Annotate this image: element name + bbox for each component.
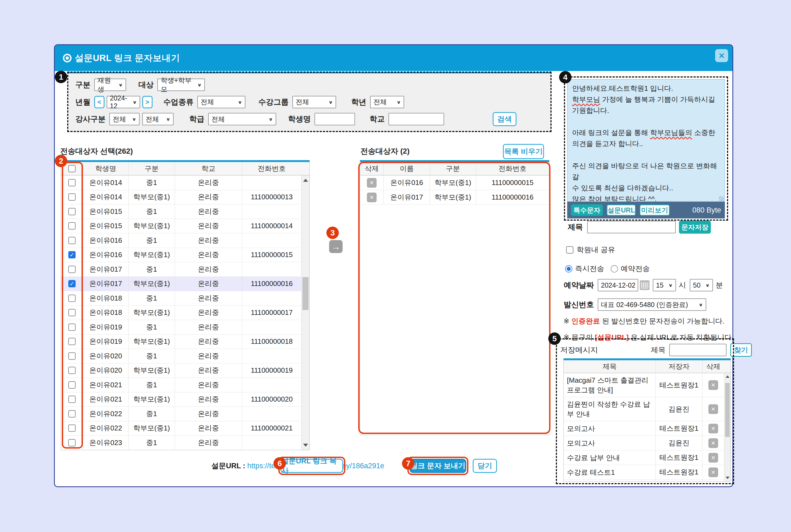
- scroll-up-icon[interactable]: [726, 375, 730, 378]
- scrollbar-thumb[interactable]: [725, 383, 730, 437]
- saved-message-row[interactable]: 수강료 테스트1테스트원장1✕: [564, 465, 731, 480]
- insert-survey-url-button[interactable]: 설문URL: [606, 205, 636, 216]
- scrollbar-thumb[interactable]: [302, 277, 309, 310]
- left-table-row[interactable]: 온이유021학부모(중1)온리중11100000020: [61, 392, 309, 407]
- delete-icon[interactable]: ✕: [708, 438, 718, 448]
- next-month-button[interactable]: >: [142, 96, 153, 108]
- left-table-row[interactable]: 온이유015중1온리중: [61, 205, 309, 219]
- teacher-select-2[interactable]: 전체∨: [142, 113, 174, 125]
- select-all-checkbox[interactable]: [68, 165, 76, 172]
- left-table-row[interactable]: 온이유022학부모(중1)온리중11100000021: [61, 421, 309, 436]
- move-to-recipients-button[interactable]: →: [329, 240, 343, 253]
- row-checkbox[interactable]: [68, 208, 76, 215]
- reserve-date-input[interactable]: [598, 279, 638, 291]
- left-table-row[interactable]: 온이유016중1온리중: [61, 233, 309, 248]
- message-textarea[interactable]: 안녕하세요.테스트학원1 입니다. 학부모님 가정에 늘 행복과 기쁨이 가득하…: [567, 79, 725, 202]
- school-input[interactable]: [388, 113, 444, 125]
- subject-input[interactable]: [587, 221, 676, 233]
- row-checkbox[interactable]: [68, 381, 76, 388]
- save-message-button[interactable]: 문자저장: [679, 221, 711, 233]
- search-button[interactable]: 검색: [493, 112, 517, 126]
- left-table-row[interactable]: 온이유016학부모(중1)온리중11100000015: [61, 248, 309, 263]
- group-select[interactable]: 전체∨: [292, 96, 336, 108]
- yearmonth-select[interactable]: 2024-12∨: [107, 96, 140, 108]
- preview-button[interactable]: 미리보기: [639, 205, 670, 216]
- prev-month-button[interactable]: <: [94, 96, 104, 108]
- left-table-row[interactable]: 온이유014학부모(중1)온리중11100000013: [61, 190, 309, 205]
- close-button[interactable]: 닫기: [473, 459, 497, 473]
- left-table-row[interactable]: 온이유020중1온리중: [61, 349, 309, 363]
- left-table-row[interactable]: 온이유023중1온리중: [61, 436, 309, 450]
- clear-list-button[interactable]: 목록 비우기: [503, 144, 544, 159]
- textarea-resize-handle[interactable]: [719, 196, 724, 201]
- saved-table-scrollbar[interactable]: [724, 373, 731, 481]
- row-checkbox[interactable]: [68, 280, 76, 287]
- saved-message-row[interactable]: 수강료안내문자테스트원장1✕: [564, 480, 731, 481]
- left-table-row[interactable]: 온이유014중1온리중: [61, 175, 309, 190]
- send-now-radio[interactable]: [565, 265, 572, 272]
- delete-icon[interactable]: ✕: [708, 424, 718, 433]
- student-name-input[interactable]: [314, 113, 355, 125]
- saved-message-row[interactable]: 김윤찐이 작성한 수강료 납부 안내김윤진✕: [564, 397, 731, 421]
- delete-icon[interactable]: ✕: [708, 453, 718, 462]
- row-checkbox[interactable]: [68, 309, 76, 316]
- row-checkbox[interactable]: [68, 424, 76, 432]
- grade-select[interactable]: 전체∨: [370, 96, 404, 108]
- left-table-row[interactable]: 온이유021중1온리중: [61, 378, 309, 392]
- delete-icon[interactable]: ✕: [367, 193, 377, 202]
- delete-icon[interactable]: ✕: [708, 380, 718, 390]
- class-select[interactable]: 전체∨: [208, 113, 276, 125]
- right-table-row[interactable]: ✕온이유016학부모(중1)11100000015: [360, 175, 549, 190]
- row-checkbox[interactable]: [68, 251, 76, 259]
- daesang-select[interactable]: 학생+학부모∨: [157, 79, 205, 91]
- left-table-row[interactable]: 온이유017학부모(중1)온리중11100000016: [61, 277, 309, 291]
- minute-select[interactable]: 50∨: [690, 279, 713, 291]
- class-type-select[interactable]: 전체∨: [197, 96, 245, 108]
- left-table-row[interactable]: 온이유020학부모(중1)온리중11100000019: [61, 363, 309, 378]
- row-checkbox[interactable]: [68, 338, 76, 345]
- saved-message-row[interactable]: 수강료 납부 안내테스트원장1✕: [564, 451, 731, 465]
- row-checkbox[interactable]: [68, 353, 76, 360]
- row-checkbox[interactable]: [68, 410, 76, 418]
- row-checkbox[interactable]: [68, 266, 76, 273]
- saved-message-row[interactable]: 모의고사테스트원장1✕: [564, 421, 731, 436]
- delete-icon[interactable]: ✕: [708, 468, 718, 477]
- row-checkbox[interactable]: [68, 294, 76, 302]
- calendar-icon[interactable]: [640, 280, 650, 290]
- left-table-row[interactable]: 온이유022중1온리중: [61, 407, 309, 421]
- row-checkbox[interactable]: [68, 179, 76, 186]
- row-checkbox[interactable]: [68, 237, 76, 244]
- left-table-row[interactable]: 온이유017중1온리중: [61, 262, 309, 277]
- delete-icon[interactable]: ✕: [708, 404, 718, 414]
- find-button[interactable]: 찾기: [730, 343, 752, 357]
- left-table-row[interactable]: 온이유019중1온리중: [61, 320, 309, 335]
- row-checkbox[interactable]: [68, 222, 76, 230]
- academy-share-checkbox[interactable]: [566, 246, 574, 253]
- left-table-row[interactable]: 온이유018학부모(중1)온리중11100000017: [61, 306, 309, 320]
- saved-message-row[interactable]: [Macgai7 스마트 출결관리 프로그램 안내]테스트원장1✕: [564, 373, 731, 397]
- left-table-row[interactable]: 온이유018중1온리중: [61, 291, 309, 306]
- row-checkbox[interactable]: [68, 193, 76, 201]
- special-chars-button[interactable]: 특수문자: [571, 205, 603, 216]
- saved-search-input[interactable]: [669, 344, 727, 356]
- row-checkbox[interactable]: [68, 324, 76, 331]
- saved-message-row[interactable]: 모의고사김윤진✕: [564, 436, 731, 451]
- hour-select[interactable]: 15∨: [653, 279, 676, 291]
- row-checkbox[interactable]: [68, 439, 76, 446]
- left-table-scrollbar[interactable]: [301, 175, 309, 450]
- reserve-radio[interactable]: [611, 265, 618, 272]
- row-checkbox[interactable]: [68, 367, 76, 374]
- row-checkbox[interactable]: [68, 396, 76, 403]
- scroll-down-icon[interactable]: [726, 477, 730, 479]
- gubun-select[interactable]: 재원생∨: [94, 79, 126, 91]
- right-table-row[interactable]: ✕온이유017학부모(중1)11100000016: [360, 190, 549, 205]
- delete-icon[interactable]: ✕: [367, 178, 377, 188]
- close-icon[interactable]: ✕: [715, 49, 728, 62]
- left-table-row[interactable]: 온이유015학부모(중1)온리중11100000014: [61, 219, 309, 233]
- teacher-select-1[interactable]: 전체∨: [109, 113, 139, 125]
- scroll-up-icon[interactable]: [303, 179, 308, 182]
- copy-survey-url-button[interactable]: 설문URL 링크 복사: [281, 459, 343, 473]
- sender-select[interactable]: 대표 02-469-5480 (인증완료)∨: [598, 299, 706, 311]
- scroll-down-icon[interactable]: [303, 444, 308, 446]
- left-table-row[interactable]: 온이유019학부모(중1)온리중11100000018: [61, 335, 309, 349]
